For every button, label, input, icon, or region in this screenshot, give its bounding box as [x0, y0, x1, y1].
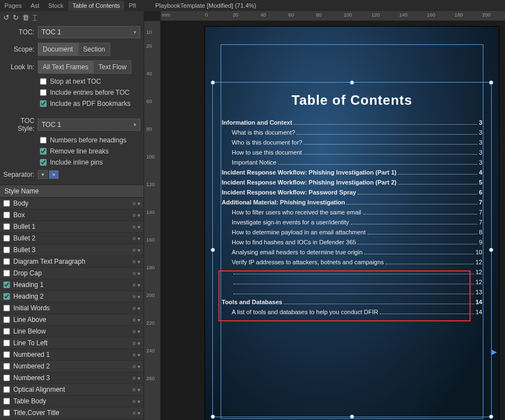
style-checkbox[interactable] [3, 316, 10, 323]
style-menu-icon[interactable]: ▾ [137, 340, 140, 346]
page[interactable]: Table of Contents Information and Contex… [205, 27, 499, 420]
option-checkbox[interactable] [40, 137, 47, 144]
style-item[interactable]: Body≡▾ [0, 198, 144, 209]
style-menu-icon[interactable]: ▾ [137, 352, 140, 358]
style-item[interactable]: Numbered 2≡▾ [0, 361, 144, 372]
toc-entry[interactable]: Who is this document for? 3 [222, 139, 482, 146]
style-checkbox[interactable] [3, 270, 10, 276]
toc-entry[interactable]: Incident Response Workflow: Phishing Inv… [222, 169, 482, 176]
toc-entry[interactable]: Investigate sign-in events for a user/id… [222, 219, 482, 226]
option-checkbox[interactable] [40, 89, 47, 96]
style-item[interactable]: Drop Cap≡▾ [0, 268, 144, 279]
toc-entry[interactable]: Analysing email headers to determine tru… [222, 249, 482, 255]
style-menu-icon[interactable]: ▾ [137, 247, 140, 253]
toc-entry[interactable]: How to find hashes and IOCs in Defender … [222, 239, 482, 245]
tocstyle-dropdown[interactable]: TOC 1 [38, 119, 140, 131]
toolbar-icon[interactable]: ⌶ [33, 13, 37, 22]
style-checkbox[interactable] [3, 200, 10, 207]
frame-handle[interactable] [489, 414, 493, 419]
canvas[interactable]: Table of Contents Information and Contex… [161, 21, 505, 420]
style-menu-icon[interactable]: ▾ [137, 259, 140, 265]
style-checkbox[interactable] [3, 223, 10, 230]
frame-handle[interactable] [211, 80, 215, 85]
toc-entry[interactable]: How to use this document 3 [222, 149, 482, 156]
style-menu-icon[interactable]: ▾ [137, 282, 140, 288]
sep-tab-button[interactable]: » [49, 170, 59, 179]
toc-entry[interactable]: How to determine payload in an email att… [222, 229, 482, 235]
overflow-indicator-icon[interactable]: ▶ [492, 348, 497, 356]
style-checkbox[interactable] [3, 293, 10, 300]
style-checkbox[interactable] [3, 363, 10, 370]
style-item[interactable]: Bullet 2≡▾ [0, 233, 144, 244]
style-menu-icon[interactable]: ▾ [137, 235, 140, 242]
toolbar-icon[interactable]: ↻ [13, 13, 19, 22]
style-item[interactable]: Diagram Text Paragraph≡▾ [0, 256, 144, 268]
style-item[interactable]: Heading 1≡▾ [0, 279, 144, 291]
lookin-option[interactable]: All Text Frames [38, 60, 93, 74]
style-item[interactable]: Bullet 1≡▾ [0, 221, 144, 233]
style-item[interactable]: footer≡▾ [0, 419, 144, 419]
studio-tab[interactable]: Table of Contents [68, 1, 125, 11]
style-item[interactable]: Numbered 3≡▾ [0, 372, 144, 384]
style-checkbox[interactable] [3, 328, 10, 335]
style-item[interactable]: Table Body≡▾ [0, 396, 144, 407]
style-item[interactable]: Line To Left≡▾ [0, 337, 144, 349]
toc-entry[interactable]: Additional Material: Phishing Investigat… [222, 199, 482, 206]
style-menu-icon[interactable]: ▾ [137, 201, 140, 207]
style-checkbox[interactable] [3, 409, 10, 416]
style-menu-icon[interactable]: ▾ [137, 212, 140, 218]
style-item[interactable]: Line Above≡▾ [0, 314, 144, 326]
style-checkbox[interactable] [3, 351, 10, 358]
style-item[interactable]: Line Below≡▾ [0, 326, 144, 337]
frame-handle[interactable] [489, 248, 493, 252]
style-menu-icon[interactable]: ▾ [137, 294, 140, 300]
sep-none-button[interactable]: ▾ [38, 170, 48, 179]
style-checkbox[interactable] [3, 398, 10, 404]
style-menu-icon[interactable]: ▾ [137, 375, 140, 381]
style-menu-icon[interactable]: ▾ [137, 398, 140, 404]
style-checkbox[interactable] [3, 305, 10, 311]
style-menu-icon[interactable]: ▾ [137, 363, 140, 370]
style-item[interactable]: Heading 2≡▾ [0, 291, 144, 303]
style-item[interactable]: Optical Alignment≡▾ [0, 384, 144, 396]
style-item[interactable]: Title,Cover Title≡▾ [0, 407, 144, 419]
toc-textframe[interactable]: Table of Contents Information and Contex… [212, 82, 492, 417]
style-item[interactable]: Initial Words≡▾ [0, 303, 144, 314]
style-checkbox[interactable] [3, 386, 10, 393]
style-menu-icon[interactable]: ▾ [137, 317, 140, 323]
style-checkbox[interactable] [3, 247, 10, 253]
style-checkbox[interactable] [3, 258, 10, 265]
toolbar-icon[interactable]: ↺ [3, 13, 9, 22]
ruler-horizontal[interactable]: mm020406080100120140160180200 [161, 11, 505, 21]
style-menu-icon[interactable]: ▾ [137, 270, 140, 276]
style-item[interactable]: Box≡▾ [0, 209, 144, 221]
style-menu-icon[interactable]: ▾ [137, 305, 140, 311]
frame-handle[interactable] [211, 414, 215, 419]
toc-entry[interactable]: How to filter users who received the sam… [222, 209, 482, 216]
style-checkbox[interactable] [3, 340, 10, 346]
style-menu-icon[interactable]: ▾ [137, 387, 140, 393]
scope-option[interactable]: Document [38, 43, 78, 56]
studio-tab[interactable]: Ast [26, 1, 44, 11]
style-list[interactable]: Body≡▾Box≡▾Bullet 1≡▾Bullet 2≡▾Bullet 3≡… [0, 198, 144, 419]
style-checkbox[interactable] [3, 281, 10, 288]
toc-entry[interactable]: Verify IP addresses to attackers, botnet… [222, 259, 482, 265]
style-checkbox[interactable] [3, 235, 10, 242]
option-checkbox[interactable] [40, 78, 47, 85]
option-checkbox[interactable] [40, 159, 47, 166]
style-menu-icon[interactable]: ▾ [137, 410, 140, 416]
option-checkbox[interactable] [40, 148, 47, 155]
toc-entry[interactable]: Information and Context 3 [222, 119, 482, 126]
style-item[interactable]: Bullet 3≡▾ [0, 244, 144, 256]
style-menu-icon[interactable]: ▾ [137, 329, 140, 335]
style-checkbox[interactable] [3, 375, 10, 381]
toc-dropdown[interactable]: TOC 1 [38, 26, 140, 38]
frame-handle[interactable] [211, 248, 215, 252]
style-item[interactable]: Numbered 1≡▾ [0, 349, 144, 361]
studio-tab[interactable]: Pages [0, 1, 26, 11]
toolbar-icon[interactable]: 🗑 [22, 13, 29, 22]
toc-entry[interactable]: Incident Response Workflow: Phishing Inv… [222, 179, 482, 186]
toc-entry[interactable]: What is this document? 3 [222, 129, 482, 136]
frame-handle[interactable] [489, 80, 493, 85]
style-menu-icon[interactable]: ▾ [137, 224, 140, 230]
